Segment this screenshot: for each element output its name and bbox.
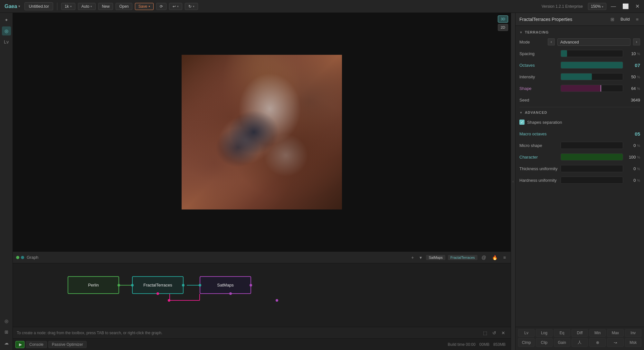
- sidebar-icon-cloud[interactable]: ☁: [2, 338, 11, 347]
- perlin-output-port[interactable]: [118, 284, 120, 287]
- dot-green: [16, 256, 19, 259]
- run-btn[interactable]: ▶: [15, 341, 24, 348]
- btn-cross[interactable]: ⊗: [589, 338, 606, 347]
- graph-tag-satmaps[interactable]: SatMaps: [426, 255, 445, 260]
- svg-point-6: [276, 299, 278, 302]
- character-slider[interactable]: [561, 153, 623, 160]
- mode-select[interactable]: Advanced: [557, 38, 630, 46]
- sidebar-icon-sun[interactable]: ✦: [2, 15, 11, 24]
- graph-status-bar: To create a node: drag from the toolbox,…: [13, 327, 511, 338]
- intensity-slider[interactable]: [561, 73, 623, 80]
- shape-slider[interactable]: [561, 85, 623, 92]
- undo-circle-btn[interactable]: ⟳: [156, 3, 166, 10]
- graph-dropdown-btn[interactable]: ▾: [418, 254, 423, 261]
- undo-arrow-btn[interactable]: ↩ ▾: [169, 3, 182, 10]
- graph-tag-fractal[interactable]: FractalTerraces: [448, 255, 478, 260]
- spacing-row: Spacing 10 %: [516, 48, 644, 59]
- btn-person[interactable]: 人: [572, 338, 588, 347]
- brand-logo[interactable]: Gaea ▾: [3, 4, 22, 9]
- panel-content: ▼ TERRACING Mode ‹ Advanced › Spacing 10: [516, 26, 644, 327]
- file-tab[interactable]: Untitled.tor: [24, 2, 53, 10]
- panel-title: FractalTerraces Properties: [519, 17, 607, 22]
- terrain-preview: [182, 55, 342, 209]
- graph-menu-btn[interactable]: ≡: [502, 254, 507, 261]
- node-fractal[interactable]: FractalTerraces: [132, 276, 184, 294]
- graph-pin-btn[interactable]: @: [480, 254, 488, 261]
- btn-min[interactable]: Min: [589, 329, 606, 337]
- hardness-row: Hardness uniformity 0 %: [516, 174, 644, 186]
- btn-clmp[interactable]: Clmp: [518, 338, 535, 347]
- graph-crop-btn[interactable]: ⬚: [481, 330, 489, 336]
- shapes-sep-checkbox[interactable]: ✓: [519, 120, 525, 125]
- btn-inv[interactable]: Inv: [625, 329, 641, 337]
- sidebar-icon-lv[interactable]: Lv: [2, 37, 11, 46]
- mode-next-btn[interactable]: ›: [633, 38, 640, 45]
- btn-eq[interactable]: Eq: [554, 329, 570, 337]
- graph-canvas[interactable]: Perlin FractalTerraces SatMaps: [13, 263, 511, 327]
- console-tab[interactable]: Console: [26, 341, 47, 348]
- satmaps-input-port[interactable]: [199, 284, 201, 287]
- fractal-output-port[interactable]: [182, 284, 185, 287]
- section-terracing[interactable]: ▼ TERRACING: [516, 28, 644, 36]
- redo-btn[interactable]: ↻ ▾: [185, 3, 198, 10]
- save-btn[interactable]: Save ●: [135, 3, 154, 10]
- build-time: Build time 00:00: [448, 342, 476, 347]
- node-satmaps[interactable]: SatMaps: [200, 276, 251, 294]
- btn-clip[interactable]: Clip: [536, 338, 552, 347]
- btn-max[interactable]: Max: [607, 329, 623, 337]
- graph-refresh-btn[interactable]: ↺: [491, 330, 498, 336]
- btn-lv[interactable]: Lv: [518, 329, 535, 337]
- thickness-slider[interactable]: [561, 165, 623, 172]
- btn-wave[interactable]: ↝: [607, 338, 623, 347]
- satmaps-bottom-port[interactable]: [229, 292, 232, 295]
- shapes-sep-row: ✓ Shapes separation: [516, 116, 644, 128]
- left-sidebar: ✦ ◎ Lv ◎ ⊞ ☁: [0, 13, 13, 350]
- section-advanced[interactable]: ▼ ADVANCED: [516, 109, 644, 116]
- node-fractal-label: FractalTerraces: [143, 283, 172, 287]
- view-2d-btn[interactable]: 2D: [498, 24, 508, 31]
- graph-header: Graph + ▾ SatMaps FractalTerraces @ 🔥 ≡: [13, 252, 511, 263]
- mode-btn[interactable]: Auto ▾: [78, 3, 96, 10]
- panel-grid-btn[interactable]: ⊞: [609, 16, 616, 23]
- hardness-value: 0 %: [626, 178, 640, 183]
- graph-fire-btn[interactable]: 🔥: [490, 254, 499, 261]
- sidebar-icon-grid[interactable]: ⊞: [2, 327, 11, 336]
- graph-settings-btn[interactable]: ✕: [500, 330, 507, 336]
- fractal-input-port[interactable]: [131, 284, 134, 287]
- character-fill: [561, 154, 623, 160]
- btn-diff[interactable]: Diff: [572, 329, 588, 337]
- intensity-value: 50 %: [626, 74, 640, 79]
- build-btn[interactable]: Build: [618, 16, 632, 22]
- satmaps-output-port[interactable]: [250, 284, 252, 287]
- panel-expand-handle[interactable]: ‹: [511, 13, 515, 350]
- terrain-shadow-overlay: [182, 55, 342, 209]
- spacing-slider[interactable]: [561, 50, 623, 57]
- mode-prev-btn[interactable]: ‹: [548, 38, 555, 45]
- macro-oct-row: Macro octaves 05: [516, 128, 644, 140]
- resolution-btn[interactable]: 1k ▾: [61, 3, 75, 10]
- node-perlin[interactable]: Perlin: [68, 276, 119, 294]
- viewport: 3D 2D: [13, 13, 511, 251]
- btn-gain[interactable]: Gain: [554, 338, 570, 347]
- panel-menu-btn[interactable]: ≡: [634, 16, 640, 23]
- sidebar-icon-target2[interactable]: ◎: [2, 316, 11, 326]
- octaves-slider[interactable]: [561, 62, 623, 69]
- maximize-btn[interactable]: ⬜: [620, 3, 631, 9]
- micro-shape-slider[interactable]: [561, 142, 623, 149]
- graph-add-btn[interactable]: +: [410, 254, 415, 261]
- view-3d-btn[interactable]: 3D: [498, 15, 508, 23]
- shape-fill: [561, 85, 601, 92]
- micro-shape-value: 0 %: [626, 143, 640, 148]
- optimizer-tab[interactable]: Passive Optimizer: [48, 341, 87, 348]
- close-btn[interactable]: ✕: [633, 3, 641, 9]
- btn-log[interactable]: Log: [536, 329, 552, 337]
- fractal-bottom-port[interactable]: [156, 292, 159, 295]
- hardness-slider[interactable]: [561, 177, 623, 184]
- graph-status-dots: [16, 256, 24, 259]
- btn-msk[interactable]: Msk: [625, 338, 641, 347]
- open-btn[interactable]: Open: [116, 3, 132, 10]
- sidebar-icon-target[interactable]: ◎: [2, 26, 11, 35]
- minimize-btn[interactable]: —: [609, 4, 618, 9]
- zoom-label[interactable]: 150% ▾: [588, 3, 606, 10]
- new-btn[interactable]: New: [98, 3, 113, 10]
